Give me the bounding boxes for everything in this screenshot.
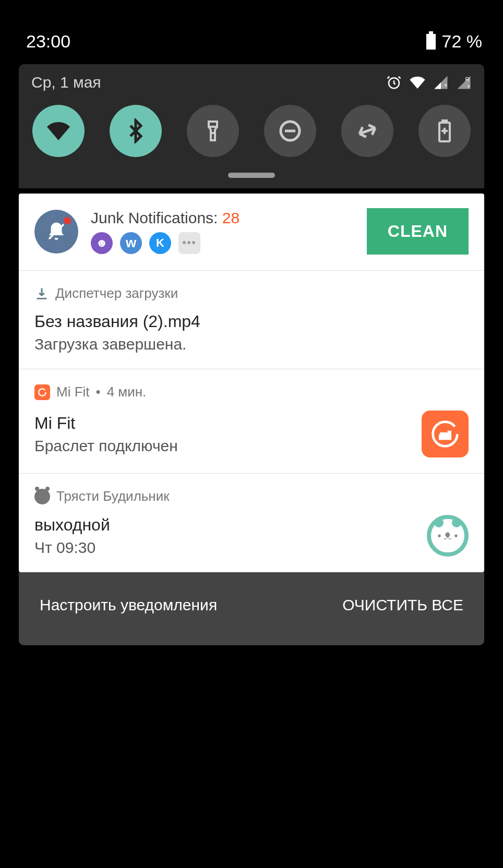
bluetooth-icon <box>123 118 148 143</box>
red-dot-icon <box>64 217 71 224</box>
alarm-app-name: Трясти Будильник <box>56 488 170 504</box>
app-icon-purple: ☻ <box>91 232 113 254</box>
rotate-icon <box>355 118 380 143</box>
qs-header: Ср, 1 мая × R× <box>31 74 472 91</box>
qs-tile-battery[interactable] <box>418 105 471 157</box>
svg-point-13 <box>39 389 46 396</box>
status-bar: 23:00 72 % <box>19 26 484 64</box>
battery-percent: 72 % <box>442 31 483 52</box>
mifit-small-icon <box>34 384 50 400</box>
mifit-app-name: Mi Fit <box>56 384 90 400</box>
mifit-header: Mi Fit • 4 мин. <box>34 384 469 400</box>
status-time: 23:00 <box>26 31 70 52</box>
svg-text:×: × <box>467 83 470 89</box>
qs-status-icons: × R× <box>386 74 472 91</box>
svg-text:R: R <box>465 76 470 82</box>
mifit-large-icon: mi <box>422 411 469 457</box>
download-icon <box>34 286 49 301</box>
manage-notifications-button[interactable]: Настроить уведомления <box>40 596 217 614</box>
app-icon-k: K <box>149 232 171 254</box>
junk-app-icons: ☻ w K ••• <box>91 232 354 254</box>
download-status: Загрузка завершена. <box>34 335 469 353</box>
mifit-body: Браслет подключен <box>34 437 178 455</box>
junk-title: Junk Notifications: 28 <box>91 209 354 227</box>
junk-bell-icon <box>34 210 78 254</box>
qs-tile-bluetooth[interactable] <box>110 105 162 157</box>
wifi-icon <box>46 118 71 143</box>
qs-tile-rotate[interactable] <box>341 105 393 157</box>
junk-content: Junk Notifications: 28 ☻ w K ••• <box>91 209 354 254</box>
app-icon-vk: w <box>120 232 142 254</box>
battery-icon <box>426 34 436 50</box>
alarm-clock-icon <box>34 489 50 504</box>
qs-tile-wifi[interactable] <box>32 105 85 157</box>
separator: • <box>96 384 101 400</box>
dnd-icon <box>278 118 303 143</box>
svg-text:×: × <box>444 82 447 88</box>
notification-footer: Настроить уведомления ОЧИСТИТЬ ВСЕ <box>19 572 484 645</box>
mifit-title: Mi Fit <box>34 414 178 433</box>
notification-alarm[interactable]: Трясти Будильник выходной Чт 09:30 • ᴥ • <box>19 474 484 572</box>
battery-saver-icon <box>432 118 457 143</box>
svg-rect-9 <box>442 120 447 123</box>
notification-mifit[interactable]: Mi Fit • 4 мин. Mi Fit Браслет подключен… <box>19 369 484 474</box>
clean-button[interactable]: CLEAN <box>367 208 469 255</box>
download-app-name: Диспетчер загрузки <box>55 285 178 302</box>
download-header: Диспетчер загрузки <box>34 285 469 302</box>
alarm-time: Чт 09:30 <box>34 539 110 557</box>
alarm-icon <box>386 75 402 90</box>
mifit-time: 4 мин. <box>107 384 147 400</box>
qs-date: Ср, 1 мая <box>31 74 101 91</box>
wifi-status-icon <box>409 74 426 91</box>
svg-text:mi: mi <box>439 430 451 441</box>
alarm-title: выходной <box>34 515 110 535</box>
quick-settings-panel[interactable]: Ср, 1 мая × R× <box>19 64 484 188</box>
clear-all-button[interactable]: ОЧИСТИТЬ ВСЕ <box>342 596 463 614</box>
signal-1-icon: × <box>433 75 449 90</box>
junk-title-text: Junk Notifications: <box>91 209 222 226</box>
svg-rect-4 <box>209 122 217 127</box>
qs-drag-handle[interactable] <box>228 173 275 178</box>
flashlight-icon <box>200 118 225 143</box>
qs-tile-flashlight[interactable] <box>187 105 239 157</box>
download-file: Без названия (2).mp4 <box>34 312 469 331</box>
qs-tiles <box>31 105 472 157</box>
app-icon-more: ••• <box>178 232 200 254</box>
qs-tile-dnd[interactable] <box>264 105 316 157</box>
bear-icon: • ᴥ • <box>427 515 469 557</box>
notification-list: Junk Notifications: 28 ☻ w K ••• CLEAN Д… <box>19 194 484 572</box>
notification-download[interactable]: Диспетчер загрузки Без названия (2).mp4 … <box>19 271 484 369</box>
alarm-header: Трясти Будильник <box>34 488 469 504</box>
status-right: 72 % <box>426 31 483 52</box>
junk-count: 28 <box>222 209 239 226</box>
signal-2-icon: R× <box>456 75 472 90</box>
notification-junk[interactable]: Junk Notifications: 28 ☻ w K ••• CLEAN <box>19 194 484 271</box>
